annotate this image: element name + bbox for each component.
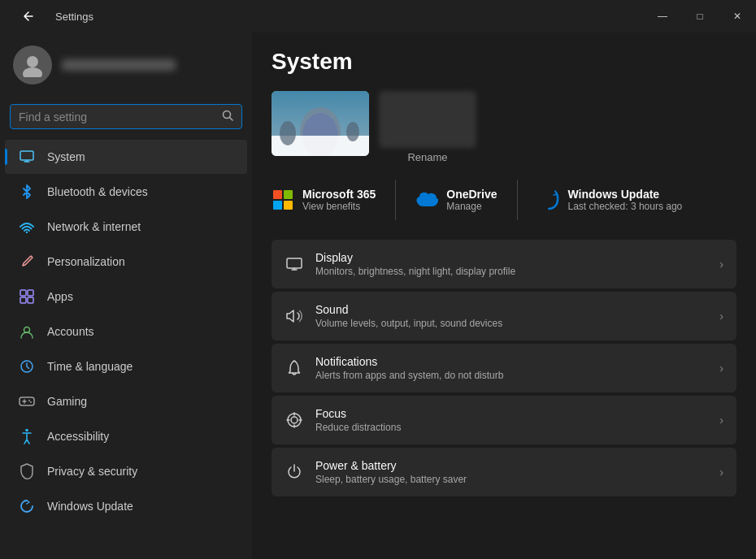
accounts-icon [18,323,36,340]
privacy-icon [18,462,36,480]
sidebar-item-accessibility[interactable]: Accessibility [5,419,247,453]
sound-chevron: › [719,310,723,323]
search-box[interactable] [10,104,242,129]
back-button[interactable] [10,0,47,32]
sidebar-item-network[interactable]: Network & internet [5,210,247,244]
display-info: Display Monitors, brightness, night ligh… [315,251,708,277]
sidebar-item-system[interactable]: System [5,140,247,174]
sidebar-label-apps: Apps [47,290,73,303]
focus-chevron: › [719,414,723,427]
profile-section[interactable] [0,32,252,98]
power-chevron: › [719,466,723,479]
sidebar-label-accounts: Accounts [47,325,94,338]
sidebar-label-windowsupdate: Windows Update [47,500,133,513]
window-controls: — □ ✕ [644,0,756,32]
svg-rect-31 [287,258,302,268]
svg-point-1 [23,67,42,77]
svg-rect-11 [28,297,33,303]
service-ms365[interactable]: Microsoft 365 View benefits [272,180,376,220]
divider-1 [395,180,396,220]
sidebar-label-bluetooth: Bluetooth & devices [47,185,148,198]
close-button[interactable]: ✕ [719,0,756,32]
power-info: Power & battery Sleep, battery usage, ba… [315,459,708,485]
time-icon [18,358,36,375]
windows-update-nav-icon [18,497,36,515]
focus-info: Focus Reduce distractions [315,407,708,433]
wu-info: Windows Update Last checked: 3 hours ago [568,188,683,212]
svg-rect-10 [20,297,26,303]
sidebar-label-network: Network & internet [47,220,141,233]
rename-label[interactable]: Rename [379,151,476,163]
personalization-icon [18,253,36,271]
sidebar-item-apps[interactable]: Apps ◀ [5,280,247,314]
settings-row-sound[interactable]: Sound Volume levels, output, input, soun… [272,292,736,340]
search-input[interactable] [19,110,215,124]
sidebar-item-windowsupdate[interactable]: Windows Update [5,489,247,523]
sidebar-item-accounts[interactable]: Accounts [5,314,247,349]
svg-rect-28 [273,201,282,210]
sidebar-item-personalization[interactable]: Personalization [5,245,247,279]
main-layout: System Bluetooth & devices [0,32,756,559]
sidebar-label-gaming: Gaming [47,395,87,408]
svg-rect-29 [284,201,293,210]
nav-list: System Bluetooth & devices [0,139,252,524]
sidebar-item-privacy[interactable]: Privacy & security [5,454,247,488]
ms365-icon [272,188,294,211]
focus-title: Focus [315,407,708,420]
focus-icon [285,410,304,430]
avatar [13,46,52,84]
profile-card: Rename [379,91,476,163]
sound-info: Sound Volume levels, output, input, soun… [315,303,708,329]
profile-picture-blur [379,91,476,148]
settings-row-notifications[interactable]: Notifications Alerts from apps and syste… [272,344,736,392]
display-sub: Monitors, brightness, night light, displ… [315,266,708,277]
sound-sub: Volume levels, output, input, sound devi… [315,318,708,329]
settings-row-focus[interactable]: Focus Reduce distractions › [272,396,736,444]
window-title: Settings [55,11,93,23]
svg-point-0 [27,56,38,67]
accessibility-icon [18,427,36,445]
sound-title: Sound [315,303,708,316]
network-icon [18,218,36,236]
svg-rect-27 [284,190,293,199]
minimize-button[interactable]: — [644,0,681,32]
gaming-icon [18,392,36,410]
svg-point-25 [346,122,359,141]
focus-sub: Reduce distractions [315,422,708,433]
sidebar-item-time[interactable]: Time & language [5,349,247,384]
profile-name [62,59,176,71]
service-windows-update[interactable]: Windows Update Last checked: 3 hours ago [537,180,683,220]
bluetooth-icon [18,183,36,201]
service-onedrive[interactable]: OneDrive Manage [415,180,497,220]
system-icon [18,148,36,166]
title-bar-left: Settings [10,0,93,32]
search-container [0,98,252,139]
wallpaper-preview [272,91,369,156]
display-icon [285,254,304,274]
hero-wallpaper-card[interactable] [272,91,369,156]
svg-rect-14 [20,397,34,405]
svg-point-35 [291,417,298,423]
settings-list: Display Monitors, brightness, night ligh… [272,240,736,496]
sound-icon [285,306,304,326]
svg-rect-8 [20,290,26,296]
svg-rect-26 [273,190,282,199]
settings-row-display[interactable]: Display Monitors, brightness, night ligh… [272,240,736,288]
onedrive-icon [415,188,438,211]
wu-sub: Last checked: 3 hours ago [568,201,683,212]
sidebar-label-time: Time & language [47,360,133,373]
notifications-icon [285,358,304,378]
maximize-button[interactable]: □ [681,0,719,32]
sidebar-item-bluetooth[interactable]: Bluetooth & devices [5,175,247,209]
display-title: Display [315,251,708,264]
svg-point-18 [30,401,32,403]
settings-row-power[interactable]: Power & battery Sleep, battery usage, ba… [272,448,736,496]
notifications-chevron: › [719,362,723,375]
power-title: Power & battery [315,459,708,472]
ms365-info: Microsoft 365 View benefits [302,188,376,212]
svg-rect-4 [20,151,33,160]
notifications-info: Notifications Alerts from apps and syste… [315,355,708,381]
sidebar-label-accessibility: Accessibility [47,430,109,443]
sidebar-item-gaming[interactable]: Gaming [5,384,247,418]
power-sub: Sleep, battery usage, battery saver [315,474,708,485]
